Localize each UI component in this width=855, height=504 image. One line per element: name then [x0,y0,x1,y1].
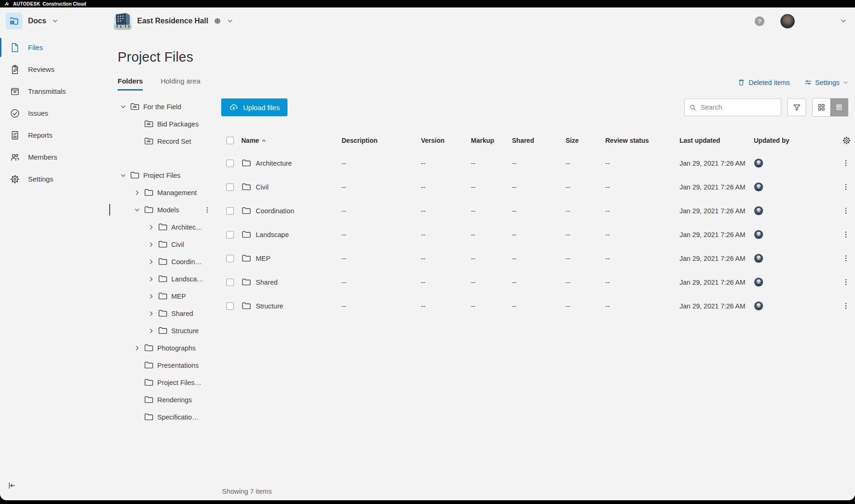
tree-item-renderings[interactable]: Renderings [118,391,221,408]
row-checkbox[interactable] [226,255,234,262]
help-icon[interactable]: ? [755,16,764,26]
kebab-menu-icon[interactable] [842,278,850,286]
row-checkbox[interactable] [226,231,234,238]
upload-files-button[interactable]: Upload files [221,98,287,116]
chevron-right-icon[interactable] [132,343,143,354]
row-checkbox[interactable] [226,183,234,191]
folder-name-cell[interactable]: Structure [241,301,342,311]
folder-name-cell[interactable]: Landscape [241,230,342,239]
sidebar-item-issues[interactable]: Issues [0,102,114,124]
project-switcher[interactable]: East Residence Hall [114,12,233,30]
kebab-menu-icon[interactable] [203,206,211,214]
folder-name-cell[interactable]: Shared [241,277,342,287]
app-switcher[interactable]: Docs [0,13,114,29]
folder-name-cell[interactable]: Civil [241,182,342,192]
kebab-menu-icon[interactable] [842,302,850,310]
column-header-name[interactable]: Name [241,137,342,144]
chevron-right-icon[interactable] [146,308,157,319]
cell-description: -- [342,302,421,310]
column-settings-gear-icon[interactable] [842,136,851,145]
deleted-items-link[interactable]: Deleted items [737,78,790,86]
column-header-description[interactable]: Description [342,137,421,144]
column-header-markup[interactable]: Markup [471,137,512,144]
row-checkbox[interactable] [226,302,234,310]
chevron-right-icon[interactable] [146,291,157,302]
table-row[interactable]: Landscape -- -- -- -- -- -- Jan 29, 2021… [221,223,848,246]
tree-item-for-the-field[interactable]: For the Field [118,98,221,115]
tree-item-civil[interactable]: Civil [118,236,221,253]
sidebar-item-reports[interactable]: Reports [0,124,114,146]
filter-button[interactable] [787,98,806,116]
cell-markup: -- [471,231,512,238]
kebab-menu-icon[interactable] [842,254,850,262]
list-view-button[interactable] [830,98,848,116]
select-all-checkbox[interactable] [226,137,234,144]
tab-holding-area[interactable]: Holding area [161,77,200,91]
tree-item-project-files-2[interactable]: Project Files… [118,374,221,391]
folder-name-cell[interactable]: Architecture [241,158,342,168]
user-avatar[interactable] [780,14,795,28]
chevron-right-icon[interactable] [132,187,143,198]
column-header-last-updated[interactable]: Last updated [680,137,754,144]
chevron-right-icon[interactable] [146,239,157,250]
tree-item-bid-packages[interactable]: Bid Packages [118,115,221,133]
app-body: Files Reviews Transmittals Issues Report… [0,35,855,500]
sidebar-item-members[interactable]: Members [0,146,114,168]
kebab-menu-icon[interactable] [842,231,850,238]
tree-item-coordination[interactable]: Coordin… [118,253,221,270]
settings-menu-link[interactable]: Settings [804,78,848,86]
sidebar-item-files[interactable]: Files [0,36,114,58]
tree-item-project-files[interactable]: Project Files [118,167,221,184]
cell-size: -- [566,207,605,215]
tree-item-record-set[interactable]: Record Set [118,133,221,150]
kebab-menu-icon[interactable] [842,207,850,215]
search-icon [689,104,697,112]
folder-name-cell[interactable]: MEP [241,253,342,263]
column-header-size[interactable]: Size [566,137,605,144]
tree-item-specifications[interactable]: Specificatio… [118,408,221,426]
tree-item-photographs[interactable]: Photographs [118,339,221,357]
sidebar-item-transmittals[interactable]: Transmittals [0,80,114,102]
tree-item-mep[interactable]: MEP [118,287,221,305]
chevron-right-icon[interactable] [146,222,157,233]
row-checkbox[interactable] [226,279,234,286]
sidebar-item-settings[interactable]: Settings [0,168,114,190]
column-header-shared[interactable]: Shared [512,137,566,144]
sidebar-item-reviews[interactable]: Reviews [0,58,114,80]
tree-item-management[interactable]: Management [118,184,221,201]
table-row[interactable]: Shared -- -- -- -- -- -- Jan 29, 2021 7:… [221,270,848,294]
column-header-updated-by[interactable]: Updated by [754,137,842,144]
table-row[interactable]: Structure -- -- -- -- -- -- Jan 29, 2021… [221,294,848,318]
chevron-down-icon[interactable] [132,204,143,216]
chevron-right-icon[interactable] [146,273,157,285]
table-row[interactable]: Architecture -- -- -- -- -- -- Jan 29, 2… [221,151,848,175]
chevron-down-icon[interactable] [227,18,233,24]
table-row[interactable]: MEP -- -- -- -- -- -- Jan 29, 2021 7:26 … [221,246,848,270]
tab-folders[interactable]: Folders [118,77,143,91]
collapse-sidebar-icon[interactable] [7,481,16,490]
tree-item-architecture[interactable]: Architec… [118,218,221,236]
column-header-review-status[interactable]: Review status [605,137,680,144]
tray-icon [10,86,20,97]
chevron-down-icon[interactable] [52,18,58,24]
tree-item-landscape[interactable]: Landsca… [118,270,221,287]
chevron-down-icon[interactable] [118,170,129,181]
chevron-down-icon[interactable] [840,18,847,24]
row-checkbox[interactable] [226,160,234,167]
tree-item-structure[interactable]: Structure [118,322,221,339]
column-header-version[interactable]: Version [421,137,471,144]
chevron-right-icon[interactable] [146,325,157,336]
grid-view-button[interactable] [813,98,830,116]
kebab-menu-icon[interactable] [842,183,850,191]
tree-item-presentations[interactable]: Presentations [118,357,221,374]
table-row[interactable]: Coordination -- -- -- -- -- -- Jan 29, 2… [221,199,848,223]
kebab-menu-icon[interactable] [842,159,850,167]
tree-item-models[interactable]: Models [118,201,221,218]
chevron-right-icon[interactable] [146,256,157,267]
tree-item-shared[interactable]: Shared [118,305,221,322]
row-checkbox[interactable] [226,207,234,215]
chevron-down-icon[interactable] [118,101,129,112]
folder-name-cell[interactable]: Coordination [241,206,342,216]
table-row[interactable]: Civil -- -- -- -- -- -- Jan 29, 2021 7:2… [221,175,848,199]
search-input[interactable] [701,104,777,111]
